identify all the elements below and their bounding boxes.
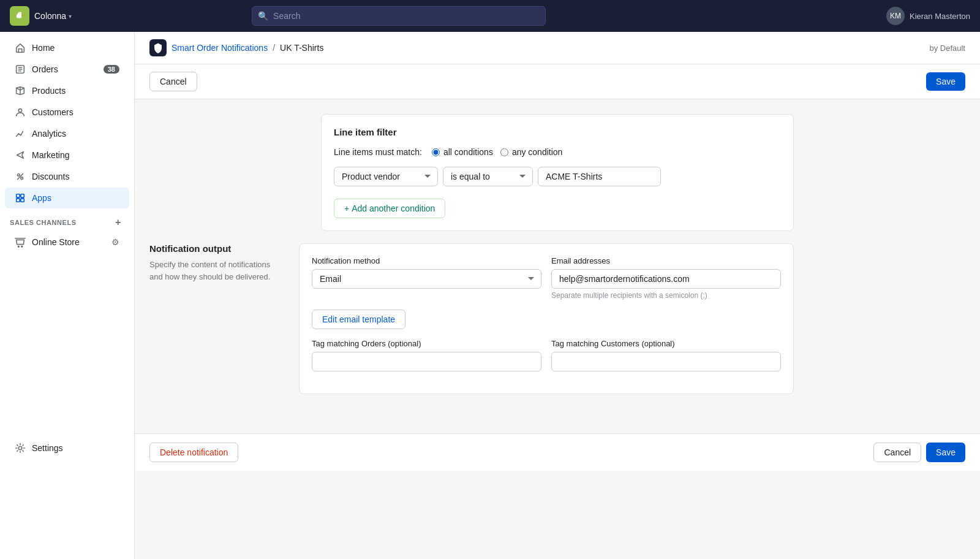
radio-group: all conditions any condition	[432, 147, 562, 157]
sidebar-item-online-store[interactable]: Online Store ⚙	[5, 232, 129, 253]
search-container: 🔍	[252, 6, 546, 26]
sidebar-item-products[interactable]: Products	[5, 80, 129, 101]
svg-rect-5	[21, 194, 24, 197]
footer-bar: Delete notification Cancel Save	[135, 433, 980, 471]
marketing-icon	[15, 150, 26, 161]
sidebar-item-label-products: Products	[32, 86, 66, 96]
method-email-row: Notification method Email SMS Webhook Em…	[312, 256, 781, 310]
store-name[interactable]: Colonna ▾	[34, 11, 72, 21]
email-input[interactable]	[551, 269, 781, 289]
shopify-logo	[10, 6, 29, 26]
vendor-select[interactable]: Product vendor Product title Product typ…	[334, 167, 438, 186]
method-label: Notification method	[312, 256, 541, 265]
match-label: Line items must match:	[334, 147, 422, 157]
breadcrumb-current-page: UK T-Shirts	[280, 43, 323, 53]
products-icon	[15, 85, 26, 96]
cancel-button-top[interactable]: Cancel	[149, 72, 197, 91]
svg-point-3	[21, 177, 23, 180]
sidebar-item-label-apps: Apps	[32, 193, 51, 203]
sidebar-item-home[interactable]: Home	[5, 37, 129, 58]
orders-badge: 38	[104, 65, 119, 74]
svg-point-1	[18, 109, 21, 112]
line-item-filter-title: Line item filter	[334, 127, 781, 137]
by-default-label: by Default	[929, 44, 965, 53]
sidebar-settings-label: Settings	[32, 443, 63, 453]
notification-output-desc: Specify the content of notifications and…	[149, 259, 284, 283]
svg-point-2	[18, 174, 20, 177]
all-conditions-option[interactable]: all conditions	[432, 147, 493, 157]
sidebar-item-discounts[interactable]: Discounts	[5, 166, 129, 187]
footer-right-buttons: Cancel Save	[873, 443, 965, 462]
edit-template-button[interactable]: Edit email template	[312, 310, 405, 329]
operator-select[interactable]: is equal to is not equal to contains doe…	[443, 167, 533, 186]
condition-row: Product vendor Product title Product typ…	[334, 167, 781, 186]
sales-channels-section: SALES CHANNELS +	[0, 209, 134, 231]
add-condition-label: Add another condition	[352, 203, 435, 213]
method-group: Notification method Email SMS Webhook	[312, 256, 541, 300]
email-label: Email addresses	[551, 256, 781, 265]
all-conditions-label: all conditions	[443, 147, 493, 157]
notification-output-title: Notification output	[149, 243, 284, 254]
any-condition-label: any condition	[512, 147, 563, 157]
action-bar: Cancel Save	[135, 64, 980, 99]
sales-channels-label: SALES CHANNELS	[10, 219, 77, 226]
sidebar-item-label-discounts: Discounts	[32, 172, 69, 181]
search-input[interactable]	[252, 6, 546, 26]
svg-rect-6	[17, 199, 20, 202]
cancel-button-footer[interactable]: Cancel	[873, 443, 921, 462]
sidebar-item-label-orders: Orders	[32, 64, 58, 74]
add-condition-button[interactable]: + Add another condition	[334, 199, 445, 218]
condition-value-input[interactable]	[538, 167, 661, 186]
settings-icon	[15, 443, 26, 454]
svg-rect-4	[17, 194, 20, 197]
notification-output-section: Notification output Specify the content …	[149, 243, 794, 406]
sidebar-item-apps[interactable]: Apps	[5, 188, 129, 208]
breadcrumb: Smart Order Notifications / UK T-Shirts	[149, 39, 323, 56]
store-icon	[15, 237, 26, 248]
home-icon	[15, 42, 26, 53]
sidebar-item-customers[interactable]: Customers	[5, 102, 129, 123]
sidebar-item-label-analytics: Analytics	[32, 129, 66, 139]
notification-output-left: Notification output Specify the content …	[149, 243, 284, 406]
avatar: KM	[886, 7, 905, 25]
edit-template-group: Edit email template	[312, 310, 781, 329]
filter-match-row: Line items must match: all conditions an…	[334, 147, 781, 157]
tag-customers-group: Tag matching Customers (optional)	[551, 339, 781, 371]
page-body: Line item filter Line items must match: …	[135, 99, 809, 433]
save-button-top[interactable]: Save	[926, 72, 965, 91]
gear-icon[interactable]: ⚙	[111, 237, 119, 247]
any-condition-option[interactable]: any condition	[500, 147, 563, 157]
all-conditions-radio[interactable]	[432, 148, 440, 156]
top-nav: Colonna ▾ 🔍 KM Kieran Masterton	[0, 0, 980, 32]
store-dropdown-icon: ▾	[69, 13, 72, 20]
sidebar-item-label-home: Home	[32, 43, 55, 53]
main-content: Smart Order Notifications / UK T-Shirts …	[135, 32, 980, 559]
sidebar-item-settings[interactable]: Settings	[5, 438, 129, 458]
orders-icon	[15, 64, 26, 75]
tag-orders-group: Tag matching Orders (optional)	[312, 339, 541, 371]
email-group: Email addresses Separate multiple recipi…	[551, 256, 781, 300]
page-header: Smart Order Notifications / UK T-Shirts …	[135, 32, 980, 64]
breadcrumb-app-name[interactable]: Smart Order Notifications	[172, 43, 268, 53]
method-select[interactable]: Email SMS Webhook	[312, 269, 541, 289]
notification-output-card: Notification method Email SMS Webhook Em…	[299, 243, 794, 394]
save-button-footer[interactable]: Save	[926, 443, 965, 462]
sidebar: Home Orders 38 Products Customers	[0, 32, 135, 559]
svg-point-8	[18, 446, 21, 449]
tag-row: Tag matching Orders (optional) Tag match…	[312, 339, 781, 381]
top-nav-right: KM Kieran Masterton	[886, 7, 970, 25]
any-condition-radio[interactable]	[500, 148, 508, 156]
sidebar-item-analytics[interactable]: Analytics	[5, 123, 129, 144]
sidebar-item-label-online-store: Online Store	[32, 237, 80, 247]
sidebar-item-label-customers: Customers	[32, 107, 74, 117]
email-hint: Separate multiple recipients with a semi…	[551, 291, 781, 300]
tag-orders-input[interactable]	[312, 352, 541, 371]
tag-orders-label: Tag matching Orders (optional)	[312, 339, 541, 348]
svg-rect-7	[21, 199, 24, 202]
customers-icon	[15, 107, 26, 118]
delete-notification-button[interactable]: Delete notification	[149, 443, 238, 462]
add-sales-channel-button[interactable]: +	[112, 216, 124, 229]
sidebar-item-marketing[interactable]: Marketing	[5, 145, 129, 165]
sidebar-item-orders[interactable]: Orders 38	[5, 59, 129, 80]
tag-customers-input[interactable]	[551, 352, 781, 371]
